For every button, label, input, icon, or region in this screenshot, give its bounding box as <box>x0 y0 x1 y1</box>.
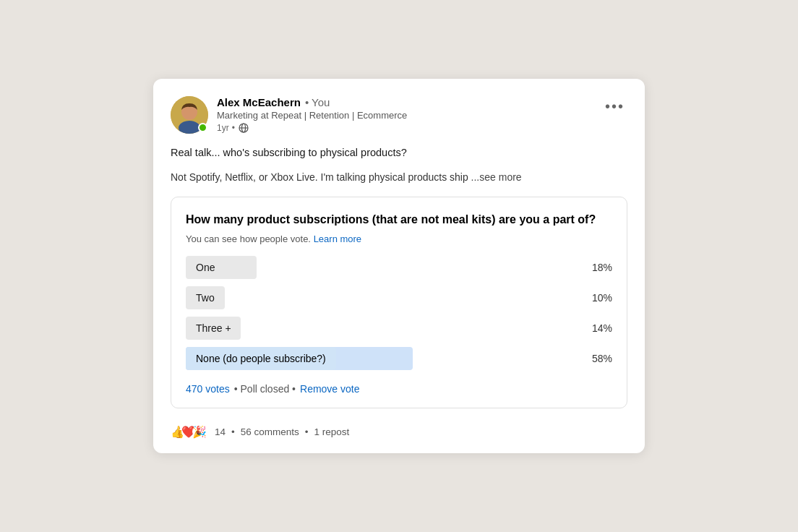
reaction-celebrate-icon: 🎉 <box>192 424 207 439</box>
poll-option-three-bar: Three + <box>186 317 578 340</box>
poll-option-one-button[interactable]: One <box>186 256 225 279</box>
author-you-label: • You <box>305 96 330 108</box>
poll-option-three: Three + 14% <box>186 317 612 340</box>
poll-card: How many product subscriptions (that are… <box>171 197 627 408</box>
poll-option-none-pct: 58% <box>586 353 612 364</box>
poll-hint: You can see how people vote. Learn more <box>186 233 612 244</box>
poll-option-one-bar: One <box>186 256 578 279</box>
remove-vote-link[interactable]: Remove vote <box>300 383 359 395</box>
globe-icon <box>238 122 249 134</box>
footer-dot-1: • <box>231 426 235 437</box>
author-title: Marketing at Repeat | Retention | Ecomme… <box>217 110 407 121</box>
author-meta: 1yr • <box>217 122 407 134</box>
post-text-primary: Real talk... who's subscribing to physic… <box>171 145 627 161</box>
poll-option-two-bar: Two <box>186 286 578 309</box>
post-author-section: Alex McEachern • You Marketing at Repeat… <box>171 96 407 134</box>
poll-learn-more-link[interactable]: Learn more <box>314 233 361 244</box>
reactions: 👍 ❤️ 🎉 <box>171 424 207 439</box>
more-options-button[interactable]: ••• <box>602 96 627 116</box>
poll-option-one: One 18% <box>186 256 612 279</box>
author-name: Alex McEachern <box>217 96 301 108</box>
footer-dot-2: • <box>305 426 309 437</box>
meta-dot: • <box>232 123 235 133</box>
poll-option-two: Two 10% <box>186 286 612 309</box>
poll-option-three-button[interactable]: Three + <box>186 317 241 340</box>
poll-options: One 18% Two 10% Three + 14% <box>186 256 612 370</box>
author-info: Alex McEachern • You Marketing at Repeat… <box>217 96 407 134</box>
post-time: 1yr <box>217 123 229 133</box>
poll-option-two-pct: 10% <box>586 292 612 304</box>
see-more-link[interactable]: ...see more <box>471 171 522 183</box>
see-more-text: ...see more <box>471 171 522 183</box>
repost-link[interactable]: 1 repost <box>314 426 350 437</box>
poll-hint-text: You can see how people vote. <box>186 233 311 244</box>
poll-question: How many product subscriptions (that are… <box>186 212 612 228</box>
poll-option-none-button[interactable]: None (do people subscribe?) <box>186 347 336 370</box>
poll-option-two-button[interactable]: Two <box>186 286 225 309</box>
poll-option-three-pct: 14% <box>586 322 612 334</box>
author-name-row: Alex McEachern • You <box>217 96 407 108</box>
poll-option-one-pct: 18% <box>586 262 612 273</box>
reaction-count: 14 <box>215 426 226 437</box>
comments-link[interactable]: 56 comments <box>241 426 299 437</box>
poll-votes-link[interactable]: 470 votes <box>186 383 230 395</box>
post-footer: 👍 ❤️ 🎉 14 • 56 comments • 1 repost <box>171 420 627 439</box>
online-badge <box>198 123 207 132</box>
avatar-wrapper <box>171 96 208 134</box>
poll-status: • Poll closed • <box>234 383 296 395</box>
post-text-content: Not Spotify, Netflix, or Xbox Live. I'm … <box>171 171 468 183</box>
poll-footer: 470 votes • Poll closed • Remove vote <box>186 383 612 395</box>
post-header: Alex McEachern • You Marketing at Repeat… <box>171 96 627 134</box>
poll-option-none-bar: None (do people subscribe?) <box>186 347 578 370</box>
post-text-secondary: Not Spotify, Netflix, or Xbox Live. I'm … <box>171 170 627 185</box>
poll-option-none: None (do people subscribe?) 58% <box>186 347 612 370</box>
post-card: Alex McEachern • You Marketing at Repeat… <box>153 79 645 453</box>
